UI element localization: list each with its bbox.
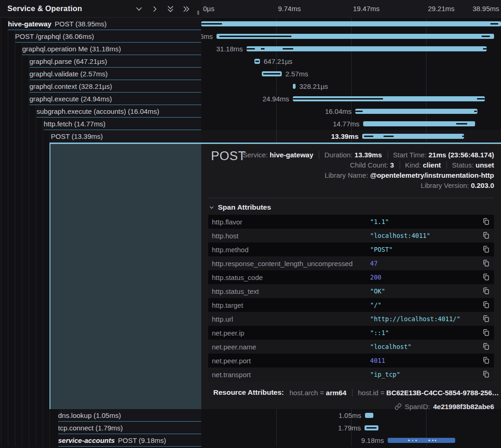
child-span-mark [366,427,377,429]
attribute-row: http.target"/" [208,298,494,312]
ruler-tick-label: 29.21ms [428,5,455,12]
overview-label: Service: [243,151,268,159]
span-tree-row[interactable]: subgraph.execute (accounts) (16.04ms) [37,105,201,118]
span-tree-row[interactable]: service-accountsPOST (9.18ms) [58,434,202,447]
overview-value: unset [476,161,494,169]
ruler-tick-label: 9.74ms [278,5,301,12]
copy-icon[interactable] [482,287,490,295]
span-duration-label: 31.18ms [216,45,243,53]
child-span-mark [247,48,255,50]
span-duration-label: 328.21µs [299,82,328,90]
resource-attributes-row[interactable]: Resource Attributes: host.arch = arm64ho… [208,388,494,397]
timeline-row: 16.04ms [201,105,501,118]
span-tree-row[interactable]: graphql.validate (2.57ms) [30,68,202,80]
span-duration-label: 24.94ms [262,95,289,103]
span-duration-label: 16.04ms [325,107,352,115]
operation-label: POST (13.39ms) [51,132,103,140]
span-duration-bar[interactable] [216,34,494,39]
resource-attributes-pairs: host.arch = arm64host.id = BC62E13B-C4CC… [290,389,499,397]
span-attributes-toggle[interactable]: Span Attributes [208,198,494,215]
span-tree-row[interactable]: hive-gatewayPOST (38.95ms) [8,18,201,30]
copy-icon[interactable] [482,329,490,337]
attribute-value: "1.1" [370,218,482,225]
span-duration-bar[interactable] [201,21,501,26]
equals-sign: = [380,389,384,397]
span-duration-bar[interactable] [365,413,373,418]
attribute-value: "localhost" [370,343,482,350]
attribute-value: 47 [370,260,482,267]
timeline-row: 13.39ms [201,130,501,143]
attribute-row: net.peer.name"localhost" [208,340,494,354]
attribute-row: http.method"POST" [208,243,494,256]
copy-icon[interactable] [482,259,490,268]
span-duration-bar[interactable] [262,71,282,76]
span-duration-bar[interactable] [293,84,296,89]
timeline-bars-top: 38.95ms36.06ms31.18ms647.21µs2.57ms328.2… [201,18,501,143]
copy-icon[interactable] [482,342,490,351]
span-tree-row[interactable]: POST /graphql (36.06ms) [15,30,202,43]
span-tree-row[interactable]: http.fetch (14.77ms) [44,118,202,130]
copy-icon[interactable] [482,370,490,379]
span-tree-row[interactable]: graphql.operation Me (31.18ms) [22,43,201,55]
copy-icon[interactable] [482,218,490,226]
resource-key: host.id [358,389,378,397]
span-duration-bar[interactable] [365,425,378,430]
copy-icon[interactable] [482,245,490,254]
copy-icon[interactable] [482,273,490,281]
child-span-mark [219,36,291,37]
span-duration-label: 36.06ms [201,32,213,40]
span-tree-row[interactable]: graphql.parse (647.21µs) [30,55,202,68]
trace-viewer: 0µs9.74ms19.47ms29.21ms38.95ms 38.95ms36… [0,0,501,448]
attribute-row: http.response_content_length_uncompresse… [208,256,494,270]
link-icon[interactable] [395,403,402,410]
overview-item: Service: hive-gateway [243,151,314,159]
attribute-key: http.response_content_length_uncompresse… [212,260,370,268]
child-span-mark [201,23,222,25]
span-duration-bar[interactable] [362,134,464,139]
copy-icon[interactable] [482,315,490,323]
span-duration-bar[interactable] [293,96,485,101]
panel-splitter-handle[interactable]: ‖ [197,9,200,16]
span-duration-bar[interactable] [247,46,487,51]
timeline-row: 647.21µs [201,55,501,68]
span-tree-row[interactable]: tcp.connect (1.79ms) [58,422,202,434]
span-tree-row[interactable]: graphql.execute (24.94ms) [30,93,202,105]
overview-value: 0.203.0 [471,181,494,189]
attribute-value: "OK" [370,287,482,295]
overview-value: 3 [390,161,394,169]
expand-all-chevrons-right-icon[interactable] [182,5,190,13]
overview-line: Child Count: 3Kind: clientStatus: unset [208,160,494,170]
overview-item: Kind: client [394,161,441,169]
timeline-row: 24.94ms [201,93,501,105]
span-duration-bar[interactable] [363,121,475,126]
header-icon-group [135,0,190,18]
timeline-row: 1.79ms [201,422,501,434]
attribute-row: net.peer.port4011 [208,354,494,367]
copy-icon[interactable] [482,301,490,309]
span-duration-bar[interactable] [355,109,477,114]
span-tree-row[interactable]: dns.lookup (1.05ms) [58,409,202,422]
resource-pair: host.arch = arm64 [290,389,346,397]
operation-label: graphql.context (328.21µs) [30,82,112,90]
span-tree-row[interactable]: POST (13.39ms) [51,130,201,143]
copy-icon[interactable] [482,231,490,240]
resource-attributes-title: Resource Attributes: [213,388,284,397]
span-duration-bar[interactable] [254,59,260,64]
operation-label: POST /graphql (36.06ms) [15,32,94,40]
overview-label: Child Count: [350,161,388,169]
resource-value: arm64 [326,389,346,397]
timeline-row: 328.21µs [201,80,501,93]
collapse-all-chevrons-down-icon[interactable] [167,5,174,13]
overview-item: Library Name: @opentelemetry/instrumenta… [325,171,494,179]
expand-one-chevron-right-icon[interactable] [151,5,159,13]
copy-icon[interactable] [482,356,490,365]
overview-item: Duration: 13.39ms [313,151,382,159]
span-duration-bar[interactable] [388,438,455,443]
operation-label: http.fetch (14.77ms) [44,120,105,128]
child-span-mark [355,111,363,112]
collapse-one-chevron-down-icon[interactable] [135,5,143,13]
child-span-mark [255,61,259,62]
operation-label: POST (38.95ms) [55,20,106,28]
overview-line: Service: hive-gatewayDuration: 13.39msSt… [208,150,494,160]
span-tree-row[interactable]: graphql.context (328.21µs) [30,80,202,93]
